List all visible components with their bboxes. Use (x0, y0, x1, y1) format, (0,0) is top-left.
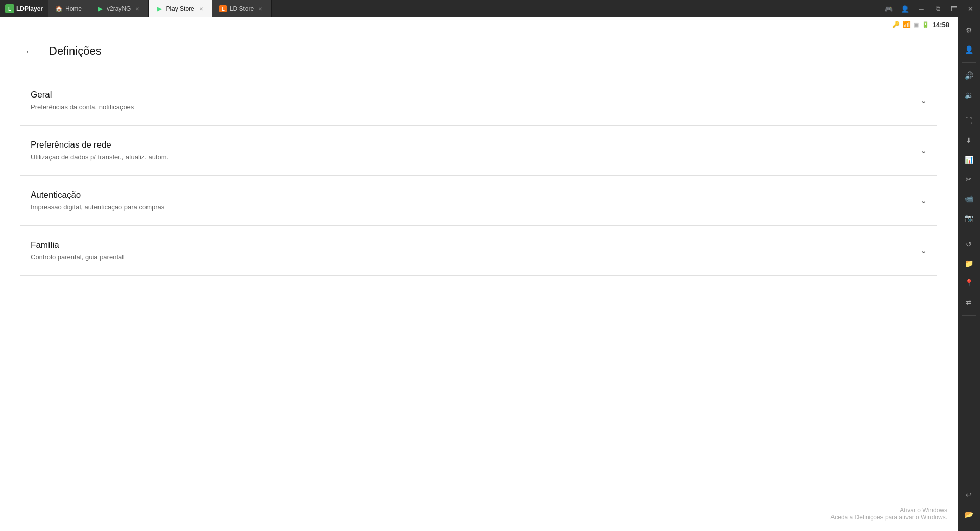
logo-text: LDPlayer (16, 5, 43, 12)
sidebar-btn-folder[interactable]: 📁 (960, 255, 977, 272)
sidebar-divider-1 (962, 62, 976, 63)
tab-home-label: Home (65, 5, 82, 12)
sidebar-divider-2 (962, 108, 976, 108)
settings-header: ← Definições (20, 42, 937, 60)
watermark-line1: Ativar o Windows (830, 506, 947, 514)
btn-gamepad[interactable]: 🎮 (881, 1, 896, 16)
section-autenticacao-subtitle: Impressão digital, autenticação para com… (31, 203, 910, 211)
tab-ldstore[interactable]: L LD Store ✕ (212, 0, 272, 17)
tab-ldstore-close[interactable]: ✕ (257, 5, 264, 12)
sidebar-btn-scissors[interactable]: ✂ (960, 171, 977, 188)
chevron-geral-icon: ⌄ (920, 95, 927, 105)
section-familia[interactable]: Família Controlo parental, guia parental… (20, 226, 937, 276)
section-rede[interactable]: Preferências de rede Utilização de dados… (20, 126, 937, 176)
sidebar-btn-location[interactable]: 📍 (960, 274, 977, 292)
sidebar-bottom: ↩ 📂 (960, 486, 977, 527)
sidebar-btn-user[interactable]: 👤 (960, 41, 977, 58)
playstore-icon: ▶ (156, 5, 163, 12)
tab-bar: 🏠 Home ▶ v2rayNG ✕ ▶ Play Store ✕ L LD S… (48, 0, 272, 17)
section-familia-text: Família Controlo parental, guia parental (31, 240, 910, 261)
logo-icon: L (5, 4, 14, 13)
vpn-icon: 🔑 (892, 21, 900, 28)
sidebar-btn-refresh[interactable]: ↺ (960, 235, 977, 253)
btn-restore[interactable]: ⧉ (930, 1, 945, 16)
main-area: 🔑 📶 ▣ 🔋 14:58 ← Definições Geral Preferê… (0, 17, 980, 531)
tab-v2rayng-close[interactable]: ✕ (134, 5, 141, 12)
battery-icon: 🔋 (922, 21, 929, 28)
tab-playstore-label: Play Store (166, 5, 194, 12)
section-familia-subtitle: Controlo parental, guia parental (31, 253, 910, 261)
watermark-line2: Aceda a Definições para ativar o Windows… (830, 514, 947, 521)
sidebar-btn-camera[interactable]: 📷 (960, 209, 977, 227)
sidebar-btn-volume-down[interactable]: 🔉 (960, 86, 977, 104)
section-rede-subtitle: Utilização de dados p/ transfer., atuali… (31, 153, 910, 161)
btn-close[interactable]: ✕ (963, 1, 978, 16)
android-screen: 🔑 📶 ▣ 🔋 14:58 ← Definições Geral Preferê… (0, 17, 958, 531)
section-autenticacao[interactable]: Autenticação Impressão digital, autentic… (20, 176, 937, 226)
android-status-bar: 🔑 📶 ▣ 🔋 14:58 (0, 17, 958, 32)
home-icon: 🏠 (55, 5, 62, 12)
section-familia-title: Família (31, 240, 910, 250)
btn-user-profile[interactable]: 👤 (897, 1, 913, 16)
tab-playstore[interactable]: ▶ Play Store ✕ (149, 0, 212, 17)
sidebar-btn-fullscreen[interactable]: ⛶ (960, 112, 977, 130)
sidebar-divider-4 (962, 315, 976, 316)
sidebar-btn-settings[interactable]: ⚙ (960, 21, 977, 39)
sidebar-btn-chart[interactable]: 📊 (960, 151, 977, 168)
right-sidebar: ⚙ 👤 🔊 🔉 ⛶ ⬇ 📊 ✂ 📹 📷 ↺ 📁 📍 ⇄ ↩ 📂 (958, 17, 980, 531)
window-controls: 🎮 👤 ─ ⧉ 🗖 ✕ (881, 1, 980, 16)
sidebar-divider-3 (962, 231, 976, 231)
sidebar-btn-volume-up[interactable]: 🔊 (960, 67, 977, 84)
ldstore-icon: L (219, 5, 227, 12)
sidebar-btn-download[interactable]: ⬇ (960, 132, 977, 149)
section-autenticacao-title: Autenticação (31, 190, 910, 200)
tab-playstore-close[interactable]: ✕ (198, 5, 205, 12)
windows-watermark: Ativar o Windows Aceda a Definições para… (830, 506, 947, 521)
wifi-icon: 📶 (903, 21, 911, 28)
v2ray-icon: ▶ (96, 5, 104, 12)
status-icons: 🔑 📶 ▣ 🔋 14:58 (892, 21, 949, 29)
btn-maximize[interactable]: 🗖 (946, 1, 962, 16)
titlebar: L LDPlayer 🏠 Home ▶ v2rayNG ✕ ▶ Play Sto… (0, 0, 980, 17)
section-geral[interactable]: Geral Preferências da conta, notificaçõe… (20, 76, 937, 126)
chevron-familia-icon: ⌄ (920, 246, 927, 255)
tab-v2rayng[interactable]: ▶ v2rayNG ✕ (89, 0, 149, 17)
btn-minimize[interactable]: ─ (914, 1, 929, 16)
section-geral-text: Geral Preferências da conta, notificaçõe… (31, 90, 910, 111)
tab-home[interactable]: 🏠 Home (48, 0, 89, 17)
back-button[interactable]: ← (20, 42, 39, 60)
section-rede-title: Preferências de rede (31, 140, 910, 150)
section-geral-subtitle: Preferências da conta, notificações (31, 103, 910, 111)
status-time: 14:58 (933, 21, 949, 29)
section-rede-text: Preferências de rede Utilização de dados… (31, 140, 910, 161)
tab-v2rayng-label: v2rayNG (107, 5, 131, 12)
sidebar-btn-share[interactable]: ⇄ (960, 294, 977, 311)
settings-page: ← Definições Geral Preferências da conta… (0, 32, 958, 531)
chevron-autenticacao-icon: ⌄ (920, 196, 927, 205)
section-autenticacao-text: Autenticação Impressão digital, autentic… (31, 190, 910, 211)
page-title: Definições (49, 44, 102, 58)
sidebar-btn-back[interactable]: ↩ (960, 486, 977, 503)
sidebar-btn-video[interactable]: 📹 (960, 190, 977, 207)
section-geral-title: Geral (31, 90, 910, 100)
no-signal-icon: ▣ (914, 21, 919, 28)
sidebar-btn-folder2[interactable]: 📂 (960, 505, 977, 523)
chevron-rede-icon: ⌄ (920, 146, 927, 155)
tab-ldstore-label: LD Store (230, 5, 254, 12)
app-logo: L LDPlayer (4, 4, 48, 13)
